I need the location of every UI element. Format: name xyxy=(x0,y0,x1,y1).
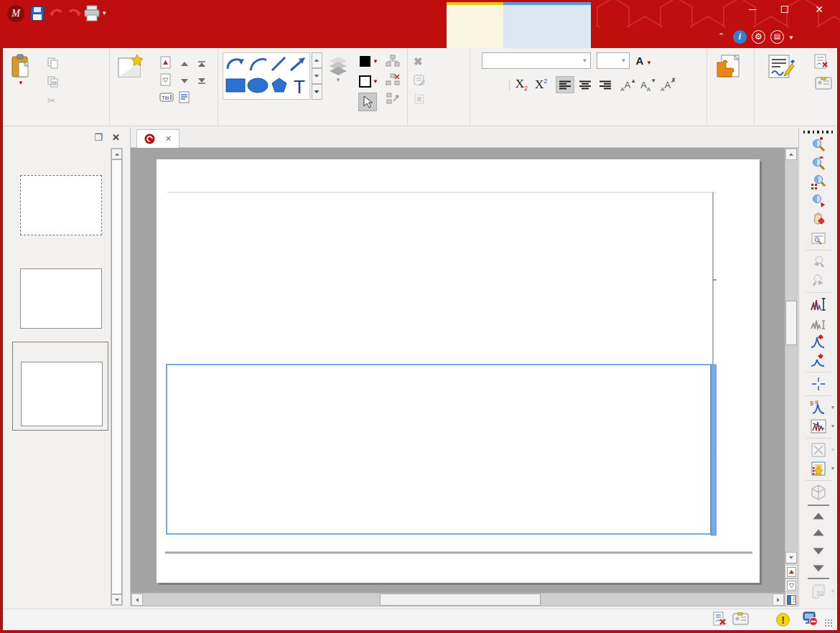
context-tab-chromatography[interactable] xyxy=(503,2,591,48)
qat-dropdown[interactable]: ▾ xyxy=(103,9,106,17)
toolbar-drag-handle[interactable] xyxy=(803,131,834,133)
crosshair-button[interactable] xyxy=(808,375,829,393)
canvas-scroll-up[interactable] xyxy=(785,149,797,160)
copy-image-button[interactable] xyxy=(47,72,62,91)
close-panel-button[interactable]: ✕ xyxy=(112,128,120,147)
next-page-button[interactable] xyxy=(160,73,172,89)
redo-button[interactable] xyxy=(66,6,82,24)
manual-zoom-button[interactable] xyxy=(808,229,829,248)
info-button[interactable]: i xyxy=(733,30,747,44)
bit-depth-button[interactable]: 32▼ xyxy=(808,582,829,601)
prev-page-button[interactable] xyxy=(160,56,172,72)
signature-id-button[interactable] xyxy=(815,77,832,93)
move-page-down-button[interactable] xyxy=(181,79,188,83)
undo-button[interactable] xyxy=(49,6,65,24)
shape-gallery[interactable]: T xyxy=(223,52,310,100)
document-tab[interactable]: ✕ xyxy=(136,129,179,148)
align-left-button[interactable] xyxy=(556,76,574,93)
print-button[interactable] xyxy=(83,5,101,24)
zoom-out-button[interactable] xyxy=(808,154,829,173)
resize-grip[interactable] xyxy=(824,619,833,627)
options-button[interactable]: ▼ xyxy=(788,32,794,42)
canvas-hscrollbar[interactable] xyxy=(131,593,785,606)
canvas-vscrollbar[interactable] xyxy=(785,148,798,564)
page-item-3-thumbnail[interactable] xyxy=(21,362,103,426)
move-up-button[interactable] xyxy=(808,523,829,542)
group-button[interactable] xyxy=(385,54,401,71)
move-down-button[interactable] xyxy=(808,542,829,561)
maximize-button[interactable]: ☐ xyxy=(775,3,794,16)
move-page-up-button[interactable] xyxy=(181,62,188,66)
select-all-button[interactable] xyxy=(414,90,470,108)
canvas-scroll-right[interactable] xyxy=(773,594,784,606)
selected-trace-box[interactable] xyxy=(167,365,711,534)
view-3d-button[interactable] xyxy=(808,483,829,502)
zoom-in-button[interactable] xyxy=(808,136,829,154)
page-title-button[interactable]: Titl xyxy=(159,92,174,105)
pages-scroll-down[interactable] xyxy=(111,594,122,605)
close-button[interactable]: ✕ xyxy=(810,3,829,16)
db-status-button[interactable] xyxy=(801,611,818,629)
copy-button[interactable] xyxy=(47,54,62,72)
increase-intensity-button[interactable] xyxy=(808,332,829,351)
clear-format-button[interactable]: AA✗ xyxy=(661,77,676,93)
selection-tool-button[interactable] xyxy=(358,93,377,111)
regroup-button[interactable] xyxy=(385,91,401,108)
align-right-button[interactable] xyxy=(596,76,615,93)
document-page[interactable] xyxy=(157,159,760,583)
zoom-region-button[interactable] xyxy=(808,173,829,192)
move-to-top-button[interactable] xyxy=(808,505,829,523)
blind-regions-button[interactable]: ▼ xyxy=(808,441,829,459)
page-properties-button[interactable] xyxy=(179,91,190,106)
licenses-warning-button[interactable]: ! xyxy=(776,613,790,627)
canvas-scroll-down[interactable] xyxy=(785,552,797,563)
delete-button[interactable]: ✖ xyxy=(414,52,470,71)
ribbon-collapse-button[interactable]: ⌃ xyxy=(718,32,724,41)
pages-scrollbar-thumb[interactable] xyxy=(111,159,122,594)
page-item-2-thumbnail[interactable] xyxy=(20,268,102,329)
add-signature-button[interactable] xyxy=(766,54,795,90)
first-page-button[interactable] xyxy=(198,61,205,67)
canvas-scroll-left[interactable] xyxy=(131,594,143,606)
font-size-select[interactable]: ▼ xyxy=(597,52,630,69)
ungroup-button[interactable] xyxy=(385,72,401,90)
pages-scroll-up[interactable] xyxy=(111,149,122,159)
pan-button[interactable] xyxy=(808,210,829,229)
decrease-intensity-button[interactable] xyxy=(808,351,829,370)
properties-button[interactable] xyxy=(414,71,470,90)
page-item-3-selected-box[interactable] xyxy=(12,342,108,431)
gallery-more-button[interactable] xyxy=(312,84,322,100)
clipboard-history-button[interactable]: ▤ xyxy=(770,30,784,44)
previous-zoom-button[interactable] xyxy=(808,253,829,271)
document-tab-close[interactable]: ✕ xyxy=(165,134,172,144)
minimize-button[interactable]: ─ xyxy=(743,3,762,16)
insert-object-button[interactable] xyxy=(714,54,742,90)
fit-to-height-button[interactable] xyxy=(808,295,829,314)
gallery-scroll-down[interactable] xyxy=(312,68,322,84)
goto-next-page-button[interactable] xyxy=(785,578,798,592)
canvas-hscrollbar-thumb[interactable] xyxy=(380,594,541,606)
grow-font-button[interactable]: AA▲ xyxy=(620,78,636,93)
arrange-button[interactable]: ▼ xyxy=(327,55,349,83)
font-family-select[interactable]: ▼ xyxy=(482,52,591,69)
shrink-font-button[interactable]: AA▼ xyxy=(640,78,656,93)
chromatogram-plot[interactable] xyxy=(157,159,760,583)
last-page-button[interactable] xyxy=(198,78,205,84)
font-color-button[interactable]: A ▼ xyxy=(635,55,651,67)
superscript-button[interactable]: X2 xyxy=(532,78,550,92)
fit-intensity-button[interactable] xyxy=(808,314,829,332)
context-tab-stack[interactable] xyxy=(447,2,503,48)
canvas-vscrollbar-thumb[interactable] xyxy=(785,301,797,345)
goto-prev-page-button[interactable] xyxy=(785,565,798,578)
align-center-button[interactable] xyxy=(576,76,594,93)
subscript-button[interactable]: X2 xyxy=(513,77,531,92)
cut-button[interactable]: ✂ xyxy=(47,91,62,110)
fill-color-button[interactable]: ▼ xyxy=(359,55,378,70)
float-panel-button[interactable]: ❐ xyxy=(94,128,103,147)
document-canvas[interactable] xyxy=(131,148,785,593)
page-layout-button[interactable] xyxy=(785,593,798,606)
save-button[interactable] xyxy=(30,6,45,24)
new-page-button[interactable] xyxy=(116,54,144,90)
settings-button[interactable]: ⚙ xyxy=(752,30,765,44)
next-zoom-button[interactable] xyxy=(808,271,829,290)
